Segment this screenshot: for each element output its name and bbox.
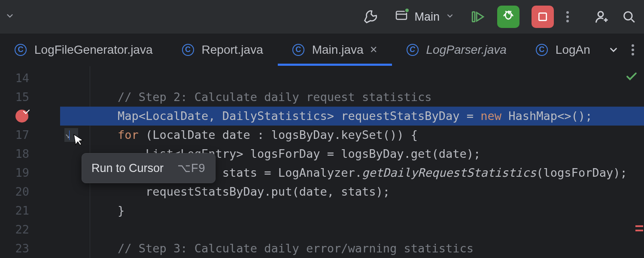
tab-label: Report.java [202, 43, 263, 57]
debug-button[interactable] [497, 6, 519, 28]
code-line[interactable] [90, 220, 644, 239]
tab-label: Main.java [312, 43, 364, 57]
toolbar-left [8, 0, 15, 34]
code-editor[interactable]: 14151617↘⎸181920212223 // Step 2: Calcul… [0, 66, 644, 258]
breakpoint-icon[interactable] [15, 110, 28, 123]
run-to-cursor-tooltip: Run to Cursor ⌥F9 [82, 153, 216, 183]
line-number[interactable]: 22 [0, 220, 38, 239]
svg-rect-0 [396, 11, 407, 19]
code-line[interactable]: } [90, 201, 644, 220]
line-number[interactable]: 20 [0, 182, 38, 201]
tabbar-actions [604, 34, 644, 66]
line-number[interactable]: 21 [0, 201, 38, 220]
tooltip-shortcut: ⌥F9 [177, 159, 206, 178]
svg-point-12 [632, 53, 634, 55]
stop-button[interactable] [532, 6, 554, 28]
svg-point-4 [566, 11, 569, 14]
editor-tab[interactable]: CReport.java [167, 34, 278, 66]
svg-rect-2 [472, 12, 475, 22]
class-file-icon: C [536, 44, 548, 56]
svg-point-11 [632, 49, 634, 51]
add-user-icon[interactable] [594, 9, 610, 25]
code-line[interactable]: requestStatsByDay.put(date, stats); [90, 182, 644, 201]
svg-point-6 [566, 20, 569, 22]
build-icon[interactable] [363, 9, 378, 25]
line-number[interactable]: 14 [0, 69, 38, 88]
tab-label: LogFileGenerator.java [34, 43, 153, 57]
main-toolbar: Main [0, 0, 644, 34]
class-file-icon: C [292, 44, 304, 56]
editor-tab[interactable]: CMain.java✕ [278, 34, 392, 66]
tab-label: LogAn [556, 43, 590, 57]
code-line[interactable]: for (LocalDate date : logsByDay.keySet()… [90, 126, 644, 144]
svg-point-7 [598, 12, 603, 17]
code-line[interactable] [90, 69, 644, 88]
line-number[interactable]: 18 [0, 144, 38, 163]
tooltip-label: Run to Cursor [91, 159, 164, 178]
run-config-selector[interactable]: Main [390, 6, 459, 27]
code-line[interactable]: // Step 2: Calculate daily request stati… [90, 88, 644, 107]
tab-label: LogParser.java [426, 43, 507, 57]
chevron-down-icon[interactable] [5, 10, 15, 23]
line-number[interactable]: 19 [0, 163, 38, 182]
svg-line-9 [632, 19, 635, 22]
svg-point-5 [566, 15, 569, 18]
editor-tabbar: CLogFileGenerator.javaCReport.javaCMain.… [0, 34, 644, 66]
editor-tab[interactable]: CLogAn [521, 34, 604, 66]
svg-point-10 [632, 44, 634, 47]
code-line[interactable]: // Step 3: Calculate daily error/warning… [90, 239, 644, 258]
more-icon[interactable] [566, 10, 569, 23]
gutter[interactable]: 14151617↘⎸181920212223 [0, 66, 90, 258]
line-number[interactable]: 17 [0, 126, 38, 144]
run-config-label: Main [414, 10, 440, 24]
line-number[interactable]: 23 [0, 239, 38, 258]
more-icon[interactable] [631, 43, 635, 56]
run-icon[interactable] [471, 9, 485, 24]
class-file-icon: C [15, 44, 27, 56]
application-icon [395, 9, 408, 25]
search-icon[interactable] [622, 9, 636, 24]
class-file-icon: C [182, 44, 194, 56]
close-icon[interactable]: ✕ [370, 44, 377, 55]
code-line[interactable]: Map<LocalDate, DailyStatistics> requestS… [90, 107, 644, 126]
class-file-icon: C [407, 44, 419, 56]
svg-point-8 [624, 12, 632, 20]
tabbar-scroller: CLogFileGenerator.javaCReport.javaCMain.… [0, 34, 604, 66]
chevron-down-icon [446, 11, 454, 23]
chevron-down-icon[interactable] [608, 44, 619, 55]
line-number[interactable]: 15 [0, 88, 38, 107]
editor-tab[interactable]: CLogFileGenerator.java [0, 34, 167, 66]
toolbar-right: Main [363, 0, 636, 34]
svg-rect-3 [539, 13, 546, 20]
editor-tab[interactable]: CLogParser.java [392, 34, 521, 66]
